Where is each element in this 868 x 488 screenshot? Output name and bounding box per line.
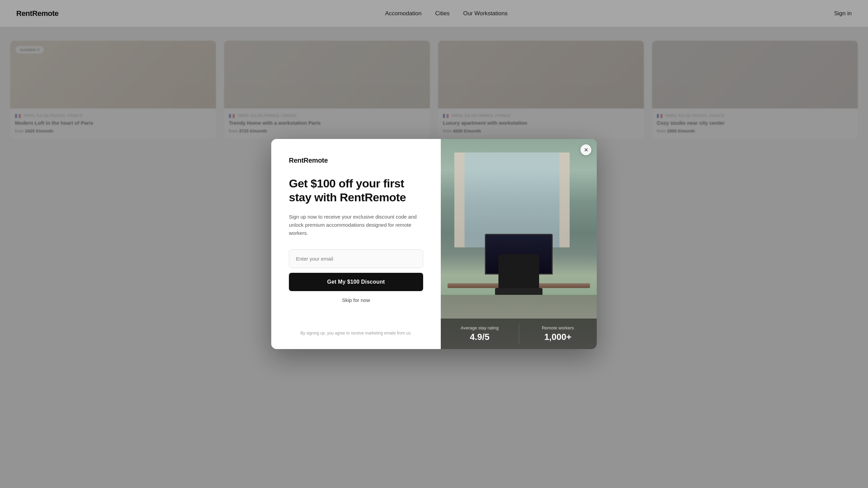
legal-text: By signing up, you agree to receive mark… [289,331,423,336]
stat-rating-value: 4.9/5 [449,332,511,342]
email-input[interactable] [289,249,423,268]
skip-button[interactable]: Skip for now [289,297,423,303]
workstation-image [441,139,597,349]
modal-overlay: RentRemote Get $100 off your first stay … [0,0,868,488]
modal-right-panel: Average stay rating 4.9/5 Remote workers… [441,139,597,349]
close-button[interactable]: ✕ [580,144,591,155]
stat-workers-value: 1,000+ [527,332,589,342]
stat-rating-label: Average stay rating [449,325,511,330]
stat-rating: Average stay rating 4.9/5 [441,319,519,349]
stats-bar: Average stay rating 4.9/5 Remote workers… [441,319,597,349]
curtain-right [559,152,570,247]
signup-modal: RentRemote Get $100 off your first stay … [271,139,597,349]
modal-description: Sign up now to receive your exclusive di… [289,213,418,237]
modal-brand: RentRemote [289,157,423,164]
window-element [454,152,570,247]
modal-left-panel: RentRemote Get $100 off your first stay … [271,139,441,349]
curtain-left [454,152,465,247]
stat-workers-label: Remote workers [527,325,589,330]
modal-headline: Get $100 off your first stay with RentRe… [289,177,423,205]
stat-workers: Remote workers 1,000+ [519,319,597,349]
get-discount-button[interactable]: Get My $100 Discount [289,273,423,291]
